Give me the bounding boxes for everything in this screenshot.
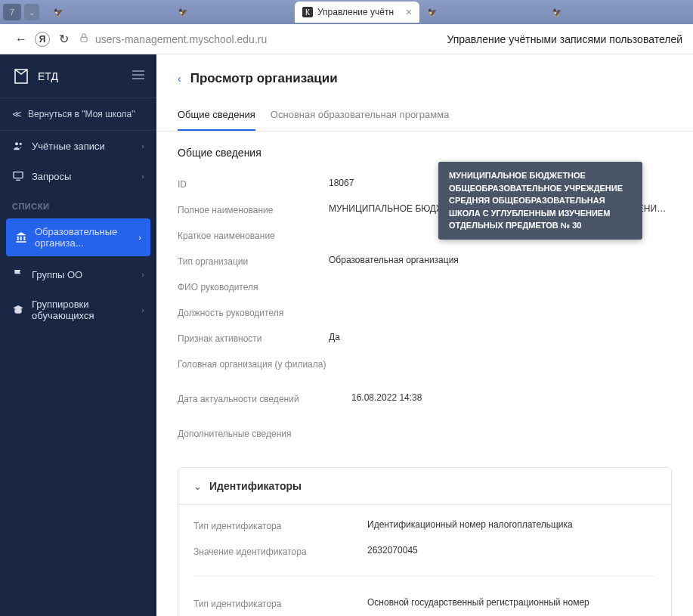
browser-tab-2[interactable]: 🦅 [170,2,295,23]
field-head-fio: ФИО руководителя [178,274,672,299]
institution-icon [15,231,27,243]
chevron-right-icon: › [141,270,144,279]
field-id: ID 18067 МУНИЦИПАЛЬНОЕ БЮДЖЕТНОЕ ОБЩЕОБР… [178,171,672,197]
sidebar-back-link[interactable]: ≪ Вернуться в "Моя школа" [0,98,156,131]
field-extra: Дополнительные сведения [178,420,672,446]
field-value: Да [329,332,672,342]
chevron-left-icon: ≪ [12,109,22,119]
chevron-down-icon: ⌄ [193,481,202,492]
tab-title: Управление учётн [317,7,394,17]
field-label: Полное наименование [178,203,329,215]
reload-button[interactable]: ↻ [53,29,74,50]
sidebar-item-label: Группировки обучающихся [32,299,134,321]
browser-tab-active[interactable]: К Управление учётн × [295,2,419,23]
tooltip-fullname: МУНИЦИПАЛЬНОЕ БЮДЖЕТНОЕ ОБЩЕОБРАЗОВАТЕЛЬ… [438,162,642,240]
chevron-right-icon: › [138,233,141,242]
logo[interactable]: ЕТД [12,67,58,85]
sidebar-section-lists: СПИСКИ [0,191,156,215]
identifier-type-row: Тип идентификатора Идентификационный ном… [193,512,656,538]
tab-program[interactable]: Основная образовательная программа [271,101,450,131]
users-icon [12,140,24,152]
chevron-right-icon: › [141,305,144,314]
svg-rect-6 [14,172,23,178]
identifier-group-1: Тип идентификатора Идентификационный ном… [193,509,656,571]
svg-point-4 [15,142,18,145]
tabs: Общие сведения Основная образовательная … [156,101,693,132]
content-header: ‹ Просмотр организации [156,54,693,97]
chevron-right-icon: › [141,141,144,150]
field-label: ID [178,178,329,190]
identifiers-panel: ⌄ Идентификаторы Тип идентификатора Иден… [178,467,672,616]
sidebar-item-student-groups[interactable]: Группировки обучающихся › [0,289,156,330]
back-chevron-icon[interactable]: ‹ [178,73,181,85]
field-value: 2632070045 [345,545,656,556]
emblem-icon: 🦅 [552,7,562,17]
emblem-icon: 🦅 [53,7,63,17]
field-label: Должность руководителя [178,306,329,318]
sidebar-item-label: Учётные записи [32,141,105,152]
tab-dropdown-chevron[interactable]: ⌄ [24,4,39,20]
svg-point-5 [20,143,22,145]
sidebar-item-groups[interactable]: Группы ОО › [0,259,156,289]
browser-tabs: 7 ⌄ 🦅 🦅 К Управление учётн × 🦅 🦅 [0,0,693,24]
browser-tab-1[interactable]: 🦅 [45,2,170,23]
url-text[interactable]: users-management.myschool.edu.ru [95,33,267,45]
sidebar-item-requests[interactable]: Запросы › [0,161,156,191]
monitor-icon [12,170,24,182]
field-head-pos: Должность руководителя [178,299,672,325]
general-section: Общие сведения ID 18067 МУНИЦИПАЛЬНОЕ БЮ… [156,132,693,452]
identifier-value-row: Значение идентификатора 2632070045 [193,538,656,564]
field-label: Краткое наименование [178,229,329,241]
field-label: Тип идентификатора [193,519,345,531]
field-value: Образовательная организация [329,255,672,265]
hamburger-icon[interactable] [132,70,144,82]
sidebar-item-label: Образовательные организа... [35,226,131,249]
page-title-right: Управление учётными записями пользовател… [447,33,682,45]
tab-counter[interactable]: 7 [3,4,21,20]
logo-icon [12,67,30,85]
app-icon: К [302,7,313,17]
sidebar-item-label: Группы ОО [32,269,82,280]
chevron-right-icon: › [141,172,144,181]
field-label: Значение идентификатора [193,545,345,557]
identifier-type-row: Тип идентификатора Основной государствен… [193,590,656,616]
content: ‹ Просмотр организации Общие сведения Ос… [156,54,693,616]
field-label: Тип организации [178,255,329,267]
field-label: Головная организация (у филиала) [178,358,329,370]
svg-rect-0 [81,37,87,42]
field-value: Основной государственный регистрационный… [345,597,656,608]
close-icon[interactable]: × [406,6,412,18]
browser-tab-4[interactable]: 🦅 [419,2,544,23]
sidebar-item-accounts[interactable]: Учётные записи › [0,131,156,161]
field-active: Признак активности Да [178,325,672,351]
identifier-group-2: Тип идентификатора Основной государствен… [193,576,656,616]
field-parent-org: Головная организация (у филиала) [178,351,672,376]
field-orgtype: Тип организации Образовательная организа… [178,248,672,274]
field-label: Признак активности [178,332,329,344]
field-date: Дата актуальности сведений 16.08.2022 14… [178,385,672,411]
sidebar-item-organizations[interactable]: Образовательные организа... › [6,218,150,256]
graduation-icon [12,304,24,316]
yandex-button[interactable]: Я [32,29,53,50]
browser-address-bar: ← Я ↻ users-management.myschool.edu.ru У… [0,24,693,54]
logo-text: ЕТД [38,70,58,82]
sidebar-header: ЕТД [0,54,156,98]
identifiers-toggle[interactable]: ⌄ Идентификаторы [178,468,671,505]
field-value: 16.08.2022 14:38 [329,392,672,403]
identifiers-title: Идентификаторы [209,480,302,492]
sidebar-item-label: Запросы [32,171,71,182]
field-value: Идентификационный номер налогоплательщик… [345,519,656,530]
lock-icon [79,33,89,46]
sidebar-back-label: Вернуться в "Моя школа" [28,109,135,119]
sidebar: ЕТД ≪ Вернуться в "Моя школа" Учётные за… [0,54,156,616]
browser-tab-5[interactable]: 🦅 [544,2,669,23]
page-title: Просмотр организации [190,71,338,86]
emblem-icon: 🦅 [178,7,188,17]
field-label: Тип идентификатора [193,597,345,609]
section-heading: Общие сведения [178,147,672,159]
emblem-icon: 🦅 [427,7,438,17]
flag-icon [12,268,24,280]
back-button[interactable]: ← [11,29,32,50]
identifiers-body: Тип идентификатора Идентификационный ном… [178,505,671,616]
tab-general[interactable]: Общие сведения [178,101,255,131]
